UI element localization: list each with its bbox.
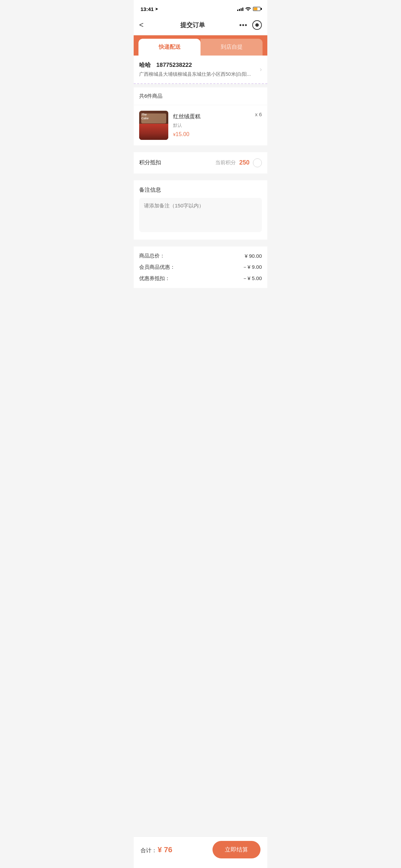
price-summary: 商品总价： ¥ 90.00 会员商品优惠： －¥ 9.00 优惠券抵扣： －¥ … xyxy=(134,246,267,288)
address-detail: 广西柳城县大埔镇柳城县东城仕第小区西50米(白阳... xyxy=(139,71,257,78)
status-time: 13:41 xyxy=(141,6,154,12)
address-name-phone: 哈哈 18775238222 xyxy=(139,61,257,69)
recipient-name: 哈哈 xyxy=(139,61,151,69)
remarks-input[interactable] xyxy=(139,198,262,232)
product-info: 红丝绒蛋糕 默认 15.00 xyxy=(173,113,250,137)
product-quantity: x 6 xyxy=(255,111,262,117)
location-icon: ➤ xyxy=(155,7,158,11)
section-divider-2 xyxy=(134,145,267,149)
back-button[interactable]: < xyxy=(139,19,146,31)
battery-icon xyxy=(253,7,260,11)
product-count-text: 共6件商品 xyxy=(139,93,162,99)
product-price: 15.00 xyxy=(173,131,250,137)
remarks-label: 备注信息 xyxy=(139,186,262,194)
product-variant: 默认 xyxy=(173,122,250,129)
address-chevron-icon: › xyxy=(260,66,262,73)
tab-express-delivery[interactable]: 快递配送 xyxy=(138,39,200,56)
status-icons xyxy=(237,6,260,12)
product-name: 红丝绒蛋糕 xyxy=(173,113,250,120)
price-value-member: －¥ 9.00 xyxy=(242,264,262,270)
gray-space xyxy=(134,288,267,329)
record-button[interactable] xyxy=(252,20,262,30)
section-divider-4 xyxy=(134,240,267,243)
section-divider-1 xyxy=(134,84,267,87)
price-row-total: 商品总价： ¥ 90.00 xyxy=(139,253,262,259)
product-count-section: 共6件商品 xyxy=(134,87,267,105)
header-actions: ••• xyxy=(239,20,262,30)
delivery-tabs-container: 快递配送 到店自提 xyxy=(134,35,267,56)
points-current-value: 250 xyxy=(239,159,250,166)
address-section[interactable]: 哈哈 18775238222 广西柳城县大埔镇柳城县东城仕第小区西50米(白阳.… xyxy=(134,56,267,84)
cake-brand-text: TheCake xyxy=(141,113,149,121)
delivery-tabs: 快递配送 到店自提 xyxy=(138,39,263,56)
price-value-coupon: －¥ 5.00 xyxy=(242,275,262,282)
signal-icon xyxy=(237,7,243,11)
price-label-coupon: 优惠券抵扣： xyxy=(139,275,170,282)
tab-pickup[interactable]: 到店自提 xyxy=(200,39,263,56)
remarks-section: 备注信息 xyxy=(134,180,267,240)
product-image: TheCake xyxy=(139,111,168,140)
recipient-phone: 18775238222 xyxy=(156,62,192,69)
cake-thumbnail: TheCake xyxy=(139,111,168,140)
wifi-icon xyxy=(245,6,251,12)
product-item: TheCake 红丝绒蛋糕 默认 15.00 x 6 xyxy=(134,105,267,145)
price-row-coupon: 优惠券抵扣： －¥ 5.00 xyxy=(139,275,262,282)
points-right: 当前积分 250 xyxy=(215,158,262,167)
section-divider-3 xyxy=(134,173,267,177)
points-section: 积分抵扣 当前积分 250 xyxy=(134,152,267,173)
points-label: 积分抵扣 xyxy=(139,159,161,166)
price-label-total: 商品总价： xyxy=(139,253,165,259)
price-value-total: ¥ 90.00 xyxy=(245,253,262,259)
price-label-member: 会员商品优惠： xyxy=(139,264,175,270)
points-current-label: 当前积分 xyxy=(215,159,236,166)
page-title: 提交订单 xyxy=(180,21,205,29)
address-info: 哈哈 18775238222 广西柳城县大埔镇柳城县东城仕第小区西50米(白阳.… xyxy=(139,61,257,78)
header: < 提交订单 ••• xyxy=(134,15,267,35)
more-options-button[interactable]: ••• xyxy=(239,21,247,29)
status-bar: 13:41 ➤ xyxy=(134,0,267,15)
record-icon xyxy=(255,23,259,27)
points-toggle-checkbox[interactable] xyxy=(253,158,262,167)
price-row-member: 会员商品优惠： －¥ 9.00 xyxy=(139,264,262,270)
